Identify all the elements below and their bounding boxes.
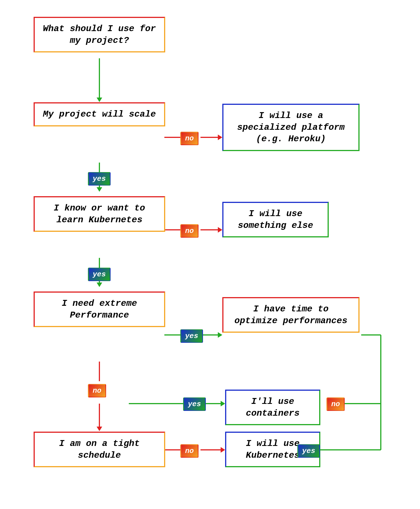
perf-yes-badge: yes	[180, 329, 203, 343]
heroku-box-text: I will use a specialized platform (e.g. …	[237, 110, 345, 144]
k8s-no-badge: no	[180, 224, 199, 238]
svg-marker-20	[221, 447, 225, 453]
svg-marker-27	[221, 401, 225, 406]
svg-marker-6	[97, 187, 102, 192]
scale-no-badge: no	[180, 132, 199, 145]
something-else-text: I will use something else	[238, 209, 313, 231]
svg-marker-17	[97, 427, 102, 431]
time-optimize-text: I have time to optimize performances	[234, 304, 347, 326]
start-box-text: What should I use for my project?	[43, 24, 156, 46]
scale-yes-badge: yes	[88, 172, 111, 186]
svg-marker-4	[218, 135, 222, 140]
use-kubernetes-text: I will use Kubernetes	[246, 438, 300, 461]
start-box: What should I use for my project?	[34, 17, 165, 52]
svg-marker-11	[97, 283, 102, 287]
schedule-yes-badge: yes	[183, 397, 206, 411]
tight-no-badge: no	[180, 444, 199, 458]
svg-marker-9	[218, 227, 222, 233]
heroku-box: I will use a specialized platform (e.g. …	[222, 104, 360, 151]
something-else-box: I will use something else	[222, 202, 329, 237]
tight-schedule-text: I am on a tight schedule	[59, 438, 140, 461]
containers-box: I'll use containers	[225, 390, 320, 425]
scale-box: My project will scale	[34, 102, 165, 126]
k8s-final-yes-badge: yes	[297, 444, 320, 458]
containers-text: I'll use containers	[246, 396, 300, 418]
kubernetes-learn-box: I know or want to learn Kubernetes	[34, 196, 165, 232]
tight-schedule-box: I am on a tight schedule	[34, 432, 165, 467]
k8s-yes-badge: yes	[88, 268, 111, 281]
svg-marker-1	[97, 98, 102, 102]
time-optimize-box: I have time to optimize performances	[222, 297, 360, 333]
svg-marker-14	[218, 332, 222, 338]
scale-box-text: My project will scale	[43, 109, 156, 119]
extreme-perf-text: I need extreme Performance	[62, 298, 137, 320]
perf-no-badge: no	[88, 384, 106, 397]
extreme-perf-box: I need extreme Performance	[34, 291, 165, 327]
flowchart: What should I use for my project? My pro…	[0, 0, 420, 509]
kubernetes-learn-text: I know or want to learn Kubernetes	[54, 203, 145, 225]
containers-no-badge: no	[326, 397, 345, 411]
